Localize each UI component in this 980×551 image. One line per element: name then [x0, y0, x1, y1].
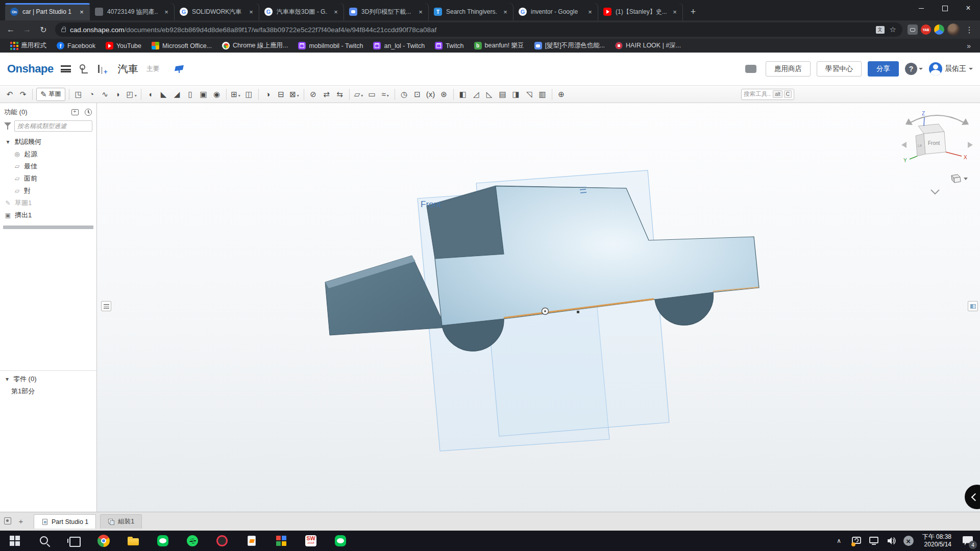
feature-tree-item[interactable]: 擠出1	[0, 209, 96, 221]
bookmark-item[interactable]: an_lol - Twitch	[369, 41, 429, 51]
rotate-arc-icon[interactable]	[911, 115, 964, 122]
toolbar-button[interactable]: ▥	[536, 88, 549, 101]
browser-tab[interactable]: SOLIDWORK汽車	[175, 3, 259, 20]
toolbar-button[interactable]: ▤	[496, 88, 509, 101]
view-modes-button[interactable]	[951, 174, 968, 183]
nudge-left-arrow-icon[interactable]	[901, 142, 906, 148]
back-button[interactable]: ←	[4, 23, 17, 36]
taskbar-icon[interactable]	[266, 531, 296, 551]
toolbar-button[interactable]: ✎ 草圖	[36, 88, 65, 101]
feature-tree-item[interactable]: 默認幾何	[0, 136, 96, 148]
bookmarks-overflow-chevron[interactable]: »	[964, 42, 974, 50]
filter-input[interactable]	[14, 120, 92, 132]
hamburger-menu-icon[interactable]	[61, 65, 71, 72]
browser-tab[interactable]: 40723149 協同產...	[90, 3, 175, 20]
toolbar-button[interactable]: ⇆	[333, 88, 347, 101]
toolbar-button[interactable]: ◷	[398, 88, 411, 101]
tab-close-icon[interactable]	[501, 8, 509, 16]
close-button[interactable]	[957, 0, 980, 16]
feature-tree-item[interactable]: 起源	[0, 148, 96, 160]
toolbar-button[interactable]	[258, 89, 259, 100]
toolbar-button[interactable]: ◔	[85, 88, 99, 101]
browser-tab[interactable]: (1)【Stanley】史...	[598, 3, 683, 20]
browser-tab[interactable]: 汽車車殼3D圖 - G...	[259, 3, 344, 20]
status-x-icon[interactable]	[901, 531, 916, 551]
toolbar-button[interactable]: ⊠	[288, 88, 301, 101]
toolbar-button[interactable]: ◳	[72, 88, 85, 101]
nudge-down-arrow-icon[interactable]	[931, 190, 939, 194]
taskbar-icon[interactable]: SW 2018	[296, 531, 326, 551]
toolbar-button[interactable]: ◣	[157, 88, 170, 101]
tab-close-icon[interactable]	[78, 8, 86, 16]
history-icon[interactable]	[84, 108, 92, 116]
bookmark-item[interactable]: mobilmobil - Twitch	[294, 41, 367, 51]
volume-icon[interactable]	[884, 531, 899, 551]
search-tools-box[interactable]: 搜索工具... alt C	[741, 89, 794, 100]
bookmark-item[interactable]: YouTube	[102, 41, 145, 51]
toolbar-button[interactable]: ⊛	[437, 88, 451, 101]
taskbar-icon[interactable]	[118, 531, 148, 551]
chevron-down-icon[interactable]	[360, 90, 363, 99]
toolbar-button[interactable]	[32, 89, 33, 100]
toolbar-button[interactable]	[552, 89, 552, 100]
browser-tab[interactable]: Search Thingivers...	[429, 3, 513, 20]
lock-icon[interactable]	[61, 29, 66, 32]
feature-tree-item[interactable]: 草圖1	[0, 197, 96, 209]
toolbar-button[interactable]: ⊟	[275, 88, 288, 101]
taskbar-icon[interactable]	[178, 531, 207, 551]
toolbar-button[interactable]	[453, 89, 454, 100]
toolbar-button[interactable]	[304, 89, 304, 100]
add-element-button[interactable]	[16, 516, 26, 525]
rollback-bar[interactable]	[3, 226, 93, 229]
tab-close-icon[interactable]	[332, 8, 340, 16]
toolbar-button[interactable]: ▱	[352, 88, 365, 101]
viewport-canvas[interactable]: Front Front Lft Z	[97, 103, 980, 512]
action-center-icon[interactable]: 4	[958, 531, 978, 551]
toolbar-button[interactable]: ⊘	[307, 88, 320, 101]
onshape-logo[interactable]: Onshape	[7, 62, 54, 76]
toolbar-button[interactable]: ◗	[112, 88, 125, 101]
versions-icon[interactable]	[78, 63, 89, 74]
taskbar-icon[interactable]	[0, 531, 30, 551]
browser-profile-avatar[interactable]	[947, 23, 960, 36]
taskbar-icon[interactable]	[326, 531, 355, 551]
chevron-down-icon[interactable]	[237, 90, 240, 99]
workspace-name[interactable]: 主要	[146, 64, 160, 73]
right-panel-button[interactable]	[968, 301, 978, 311]
app-store-button[interactable]: 應用商店	[766, 61, 811, 77]
share-button[interactable]: 分享	[868, 61, 899, 77]
toolbar-button[interactable]: ▭	[365, 88, 379, 101]
toolbar-button[interactable]: ⇄	[320, 88, 333, 101]
user-avatar[interactable]	[929, 62, 942, 76]
toolbar-button[interactable]: ↶	[3, 88, 16, 101]
chevron-down-icon[interactable]	[134, 90, 137, 99]
chevron-down-icon[interactable]	[386, 90, 389, 99]
document-title[interactable]: 汽車	[118, 62, 138, 76]
toolbar-button[interactable]: ◿	[470, 88, 483, 101]
taskbar-icon[interactable]	[148, 531, 178, 551]
sync-icon[interactable]	[849, 531, 864, 551]
toolbar-button[interactable]: ◫	[242, 88, 256, 101]
toolbar-button[interactable]: ◹	[523, 88, 536, 101]
insert-version-icon[interactable]	[96, 63, 108, 74]
browser-tab[interactable]: car | Part Studio 1	[5, 3, 90, 20]
toolbar-button[interactable]: ⊕	[555, 88, 568, 101]
new-tab-button[interactable]	[686, 5, 700, 19]
bookmark-item[interactable]: Facebook	[53, 41, 100, 51]
toolbar-button[interactable]	[349, 89, 350, 100]
chevron-down-icon[interactable]	[4, 375, 10, 383]
extension-icon[interactable]	[908, 24, 918, 35]
learning-center-button[interactable]: 學習中心	[817, 61, 862, 77]
toolbar-button[interactable]	[141, 89, 141, 100]
nudge-right-arrow-icon[interactable]	[968, 142, 973, 148]
forward-button[interactable]: →	[20, 23, 34, 36]
tab-close-icon[interactable]	[247, 8, 255, 16]
browser-tab[interactable]: 3D列印模型下載...	[344, 3, 429, 20]
named-views-icon[interactable]	[3, 516, 12, 525]
toolbar-button[interactable]	[69, 89, 69, 100]
bookmark-item[interactable]: beanfun! 樂豆	[470, 40, 528, 51]
toolbar-button[interactable]: ↷	[16, 88, 30, 101]
vertex-marker[interactable]	[577, 311, 579, 313]
network-icon[interactable]	[866, 531, 881, 551]
toolbar-button[interactable]: ◰	[125, 88, 138, 101]
